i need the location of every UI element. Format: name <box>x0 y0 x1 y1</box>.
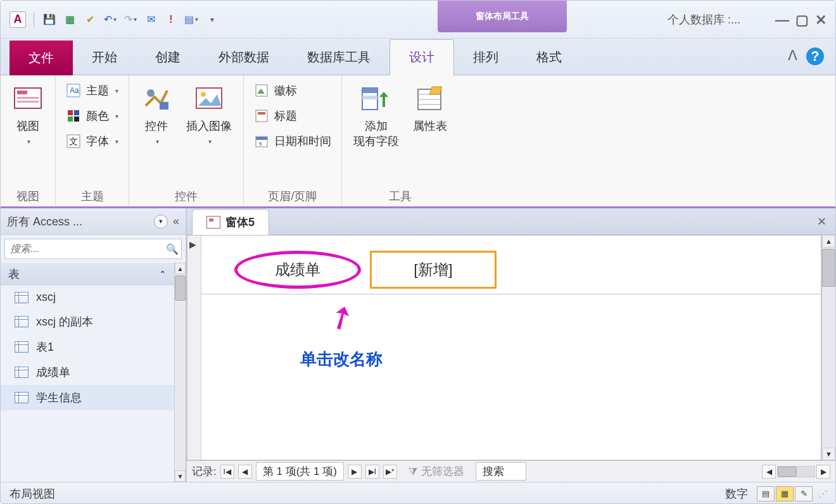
insert-image-button[interactable]: 插入图像▾ <box>184 80 234 185</box>
navigation-pane: 所有 Access ... ▾ « 🔍 表 ⌃ xscj xscj 的副本 表1… <box>1 208 187 482</box>
tab-dbtools[interactable]: 数据库工具 <box>288 40 390 75</box>
spellcheck-icon[interactable]: ✔ <box>82 12 98 27</box>
next-record-button[interactable]: ▶ <box>348 465 362 479</box>
record-navigation-bar: 记录: I◀ ◀ 第 1 项(共 1 项) ▶ ▶I ▶* ⧩ 无筛选器 搜索 … <box>187 460 835 482</box>
navpane-item[interactable]: xscj <box>1 286 174 309</box>
vertical-scrollbar[interactable]: ▲ ▼ <box>821 235 835 460</box>
contextual-tool-title: 窗体布局工具 <box>438 1 567 32</box>
view-button[interactable]: 视图▾ <box>10 80 46 185</box>
design-view-button[interactable]: ✎ <box>795 486 813 501</box>
scroll-down-icon[interactable]: ▼ <box>175 470 186 482</box>
tab-design[interactable]: 设计 <box>390 39 454 75</box>
search-input[interactable] <box>5 239 163 258</box>
svg-rect-24 <box>362 96 377 99</box>
navpane-item[interactable]: xscj 的副本 <box>1 309 174 334</box>
form-canvas[interactable]: ▶ 成绩单 [新增] ➚ 单击改名称 <box>187 235 821 460</box>
navpane-dropdown-icon[interactable]: ▾ <box>154 215 168 229</box>
navpane-item[interactable]: 表1 <box>1 334 174 360</box>
svg-text:5: 5 <box>259 141 262 147</box>
save-icon[interactable]: 💾 <box>42 12 57 27</box>
document-tab[interactable]: 窗体5 <box>192 209 269 235</box>
last-record-button[interactable]: ▶I <box>365 465 379 479</box>
window-controls: — ▢ ✕ <box>775 12 826 28</box>
navpane-collapse-icon[interactable]: « <box>173 215 179 228</box>
collapse-category-icon: ⌃ <box>159 269 167 279</box>
scroll-left-icon[interactable]: ◀ <box>762 465 776 479</box>
email-icon[interactable]: ✉ <box>143 12 158 27</box>
tab-create[interactable]: 创建 <box>136 40 200 75</box>
title-bar: A 💾 ▦ ✔ ↶▾ ↷▾ ✉ ! ▤▾ ▾ 窗体布局工具 个人数据库 :...… <box>1 1 835 39</box>
status-mode: 布局视图 <box>10 486 55 501</box>
filter-indicator[interactable]: ⧩ 无筛选器 <box>408 464 464 479</box>
logo-button[interactable]: 徽标 <box>253 80 332 101</box>
record-position[interactable]: 第 1 项(共 1 项) <box>256 462 344 481</box>
prev-record-button[interactable]: ◀ <box>238 465 252 479</box>
tab-externaldata[interactable]: 外部数据 <box>200 40 288 75</box>
record-search-input[interactable]: 搜索 <box>476 462 526 481</box>
status-bar: 布局视图 数字 ▤ ▦ ✎ ⋰ <box>1 482 835 504</box>
property-sheet-button[interactable]: 属性表 <box>410 80 450 185</box>
form-view-button[interactable]: ▤ <box>757 486 775 501</box>
navpane-scrollbar[interactable]: ▲ ▼ <box>174 263 186 482</box>
svg-rect-9 <box>74 117 79 122</box>
new-record-button[interactable]: ▶* <box>383 465 397 479</box>
scroll-up-icon[interactable]: ▲ <box>175 263 186 274</box>
logo-icon <box>254 83 269 98</box>
layout-view-button[interactable]: ▦ <box>776 486 794 501</box>
horizontal-scrollbar[interactable]: ◀ ▶ <box>762 465 830 479</box>
controls-icon <box>141 83 172 115</box>
maximize-button[interactable]: ▢ <box>795 12 809 28</box>
scroll-up-icon[interactable]: ▲ <box>822 235 835 248</box>
datetime-button[interactable]: 5 日期和时间 <box>253 131 332 151</box>
add-fields-icon <box>360 83 392 115</box>
tab-arrange[interactable]: 排列 <box>454 40 517 75</box>
excel-export-icon[interactable]: ▦ <box>62 12 77 27</box>
close-button[interactable]: ✕ <box>815 12 826 28</box>
navpane-item[interactable]: 学生信息 <box>1 385 174 410</box>
form-tab-page-new[interactable]: [新增] <box>370 251 497 289</box>
record-selector[interactable]: ▶ <box>187 236 201 460</box>
fonts-button[interactable]: 文 字体▾ <box>65 131 120 151</box>
app-icon[interactable]: A <box>10 11 26 28</box>
tab-format[interactable]: 格式 <box>517 40 581 75</box>
minimize-button[interactable]: — <box>775 12 789 28</box>
add-fields-button[interactable]: 添加 现有字段 <box>351 80 402 185</box>
resize-grip-icon[interactable]: ⋰ <box>819 489 826 499</box>
redo-icon[interactable]: ↷▾ <box>123 12 138 27</box>
navpane-category-tables[interactable]: 表 ⌃ <box>1 263 174 286</box>
theme-button[interactable]: Aa 主题▾ <box>65 80 120 101</box>
insert-image-button-label: 插入图像▾ <box>186 118 232 147</box>
table-icon[interactable]: ▤▾ <box>184 12 199 27</box>
form-tab-page-1[interactable]: 成绩单 <box>234 251 361 289</box>
navpane-header[interactable]: 所有 Access ... ▾ « <box>1 208 186 235</box>
table-icon <box>15 292 28 303</box>
colors-icon <box>66 108 81 123</box>
qat-customize-icon[interactable]: ▾ <box>204 12 219 27</box>
annotation-arrow-icon: ➚ <box>320 294 362 339</box>
svg-rect-6 <box>68 110 73 115</box>
title-button[interactable]: 标题 <box>253 106 332 126</box>
colors-button[interactable]: 颜色▾ <box>65 106 120 126</box>
table-icon <box>15 341 28 353</box>
tab-file[interactable]: 文件 <box>10 41 73 75</box>
navpane-item[interactable]: 成绩单 <box>1 360 174 385</box>
help-icon[interactable]: ? <box>806 47 824 65</box>
ribbon: 视图▾ 视图 Aa 主题▾ 颜色▾ 文 字体▾ 主题 <box>1 75 835 208</box>
scroll-right-icon[interactable]: ▶ <box>816 465 830 479</box>
svg-rect-8 <box>68 117 73 122</box>
document-close-icon[interactable]: ✕ <box>817 215 826 229</box>
scroll-down-icon[interactable]: ▼ <box>822 448 835 460</box>
ribbon-group-theme-label: 主题 <box>65 185 120 204</box>
undo-icon[interactable]: ↶▾ <box>103 12 118 27</box>
status-indicator: 数字 <box>725 486 748 501</box>
ribbon-tabs: 文件 开始 创建 外部数据 数据库工具 设计 排列 格式 ᐱ ? <box>1 39 835 75</box>
first-record-button[interactable]: I◀ <box>220 465 234 479</box>
search-icon[interactable]: 🔍 <box>163 243 181 255</box>
svg-rect-13 <box>160 102 168 110</box>
controls-button[interactable]: 控件▾ <box>138 80 175 185</box>
svg-rect-1 <box>17 91 27 94</box>
ribbon-collapse-icon[interactable]: ᐱ <box>788 47 797 65</box>
tab-home[interactable]: 开始 <box>73 40 136 75</box>
alert-icon[interactable]: ! <box>163 12 179 27</box>
window-title: 个人数据库 :... <box>668 12 740 27</box>
